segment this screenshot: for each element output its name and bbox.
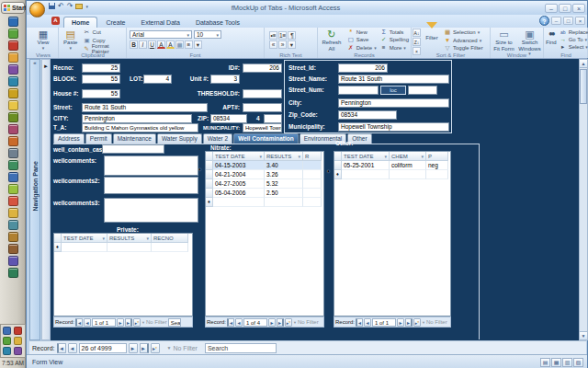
replace-button[interactable]: abReplace — [559, 29, 588, 35]
table-cell[interactable]: 05-04-2006 — [213, 189, 265, 198]
quick-launch-icon-2[interactable] — [8, 29, 18, 39]
layout-view-icon[interactable]: ▥ — [562, 358, 572, 367]
toggle-filter-button[interactable]: ▽Toggle Filter — [443, 44, 484, 52]
tray-icon-3[interactable] — [3, 337, 11, 345]
delete-record-button[interactable]: ✗Delete▾ — [346, 44, 378, 52]
quick-launch-icon-13[interactable] — [8, 160, 18, 170]
table-cell[interactable] — [213, 198, 265, 207]
quick-launch-icon-12[interactable] — [8, 148, 18, 158]
new-record-marker-icon[interactable]: ♦ — [334, 170, 342, 179]
quick-launch-icon-9[interactable] — [8, 112, 18, 122]
table-cell[interactable] — [303, 179, 322, 189]
table-cell[interactable] — [303, 170, 322, 179]
advanced-button[interactable]: ▼Advanced▾ — [443, 37, 484, 43]
ribbon-tab-home[interactable]: Home — [63, 17, 97, 28]
street-num-field[interactable] — [338, 86, 379, 95]
new-record-button[interactable]: *New — [346, 29, 378, 35]
font-color-button[interactable]: A — [157, 40, 165, 49]
quick-launch-icon-11[interactable] — [8, 136, 18, 146]
form-view-icon[interactable]: ▤ — [540, 358, 550, 367]
column-header-p[interactable]: P — [426, 152, 448, 161]
new-record-button-nav[interactable]: ▸* — [413, 318, 421, 327]
quick-launch-icon-19[interactable] — [8, 232, 18, 242]
table-row[interactable]: 04-15-20033.40 — [206, 161, 323, 170]
more-button[interactable]: ≡More▾ — [379, 44, 410, 51]
office-orb-button[interactable] — [29, 2, 45, 17]
last-record-button[interactable]: ► — [140, 343, 149, 353]
quick-launch-icon-10[interactable] — [8, 124, 18, 134]
sort-dropdown-icon[interactable]: ▾ — [102, 236, 105, 241]
row-selector-cell[interactable] — [334, 161, 342, 170]
new-record-row[interactable]: ♦ — [334, 170, 450, 179]
panel-municipality-field[interactable]: Hopewell Township — [338, 122, 449, 132]
scrollbar-thumb[interactable] — [580, 69, 587, 104]
sort-dropdown-icon[interactable]: ▾ — [384, 154, 387, 159]
quick-launch-icon-14[interactable] — [8, 172, 18, 182]
search-input[interactable]: Search — [205, 343, 277, 353]
table-cell[interactable] — [390, 170, 426, 179]
street-num2-field[interactable] — [408, 86, 437, 95]
first-record-button[interactable]: ◄ — [75, 318, 83, 327]
first-record-button[interactable]: ◄ — [356, 318, 363, 327]
last-record-button[interactable]: ► — [125, 318, 132, 327]
house-field[interactable]: 55 — [82, 89, 120, 98]
next-record-button[interactable]: ► — [397, 318, 404, 327]
save-record-button[interactable]: ▢Save — [346, 36, 378, 43]
font-more-dropdown-icon[interactable]: ▾ — [194, 40, 202, 49]
new-record-marker-icon[interactable]: ♦ — [54, 243, 62, 252]
size-to-fit-form-button[interactable]: ▭ Size to Fit Form — [492, 29, 516, 51]
quick-launch-icon-5[interactable] — [8, 64, 18, 75]
previous-record-button[interactable]: ◄ — [68, 343, 77, 353]
form-tab-permit[interactable]: Permit — [85, 133, 112, 144]
doc-restore-button[interactable]: □ — [563, 17, 573, 25]
row-selector-cell[interactable] — [206, 170, 213, 179]
recno-field[interactable]: 25 — [82, 63, 120, 73]
paragraph-button[interactable]: ¶ — [288, 31, 296, 40]
decrease-indent-button[interactable]: « — [269, 40, 277, 49]
quick-launch-icon-4[interactable] — [8, 52, 18, 63]
bullets-button[interactable]: •≡ — [269, 31, 277, 40]
table-cell[interactable] — [107, 243, 152, 252]
font-name-combobox[interactable]: Arial▾ — [130, 30, 192, 39]
start-button[interactable]: Start — [1, 2, 25, 14]
table-cell[interactable]: coliform — [390, 161, 426, 170]
zip-code-field[interactable]: 08534 — [338, 110, 397, 120]
column-header-results[interactable]: RESULTS▾ — [265, 152, 303, 161]
table-cell[interactable]: 04-27-2005 — [213, 179, 265, 189]
quick-launch-icon-1[interactable] — [8, 17, 18, 27]
form-tab-water-supply[interactable]: Water Supply — [157, 133, 202, 144]
wellcomments2-field[interactable] — [104, 177, 198, 194]
new-record-button-nav[interactable]: ▸* — [133, 318, 141, 327]
well-contam-case-field[interactable] — [102, 144, 164, 154]
design-view-icon[interactable]: ▧ — [573, 358, 583, 367]
sort-dropdown-icon[interactable]: ▾ — [146, 236, 149, 241]
sort-ascending-button[interactable]: A↓ — [413, 29, 421, 37]
quick-launch-icon-16[interactable] — [8, 196, 18, 206]
table-cell[interactable] — [303, 161, 322, 170]
sort-dropdown-icon[interactable]: ▾ — [298, 154, 300, 159]
new-record-button-nav[interactable]: ▸* — [151, 343, 160, 353]
table-cell[interactable]: 04-15-2003 — [213, 161, 265, 170]
goto-button[interactable]: →Go To▾ — [559, 36, 588, 42]
navigation-pane-collapsed[interactable]: « Navigation Pane — [29, 59, 40, 340]
spelling-button[interactable]: ✓Spelling — [379, 36, 410, 43]
other-datasheet[interactable]: TEST DATE▾CHEM▾P05-25-2001coliformneg♦ — [334, 151, 451, 316]
column-header-results[interactable]: RESULTS▾ — [107, 234, 152, 243]
close-button[interactable]: × — [572, 4, 585, 13]
quick-launch-icon-8[interactable] — [8, 100, 18, 110]
tray-icon-2[interactable] — [14, 327, 22, 335]
gridlines-button[interactable]: ▦ — [175, 40, 184, 49]
apt-field[interactable] — [243, 103, 282, 112]
record-selector-bar[interactable]: ► — [41, 59, 51, 340]
next-record-button[interactable]: ► — [268, 318, 276, 327]
quick-launch-icon-22[interactable] — [8, 268, 18, 278]
format-painter-button[interactable]: ✎Format Painter — [83, 45, 125, 52]
scroll-up-icon[interactable]: ▲ — [580, 60, 587, 68]
totals-button[interactable]: ΣTotals — [379, 29, 410, 35]
loc-button[interactable]: loc — [380, 86, 406, 95]
qat-dropdown-icon[interactable]: ▾ — [85, 4, 88, 9]
italic-button[interactable]: I — [139, 40, 147, 49]
table-cell[interactable]: 5.32 — [265, 179, 303, 189]
doc-minimize-button[interactable]: – — [551, 17, 561, 25]
bold-button[interactable]: B — [130, 40, 138, 49]
